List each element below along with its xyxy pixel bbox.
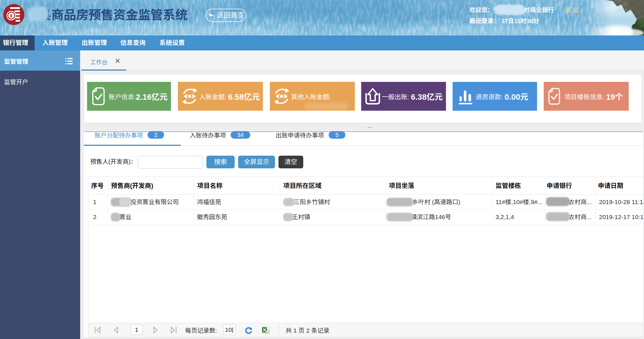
svg-text:¥: ¥ — [10, 13, 13, 19]
